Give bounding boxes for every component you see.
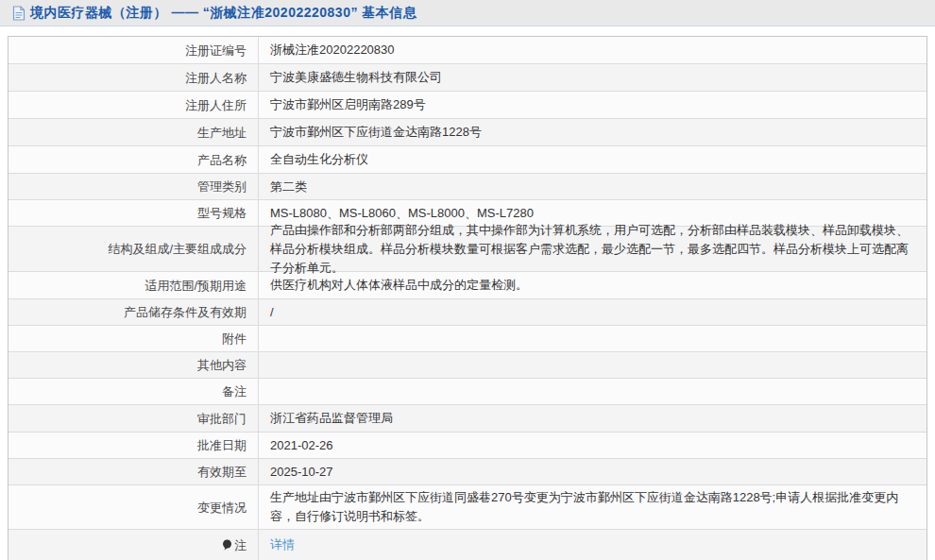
page-title: 境内医疗器械（注册） —— “浙械注准20202220830” 基本信息	[30, 5, 416, 22]
field-label: 注	[8, 536, 258, 554]
table-row: 产品名称 全自动生化分析仪	[8, 146, 926, 174]
field-label: 备注	[8, 382, 258, 400]
field-value: 全自动生化分析仪	[258, 146, 926, 173]
table-row: 批准日期 2021-02-26	[8, 433, 926, 459]
table-row: 结构及组成/主要组成成分 产品由操作部和分析部两部分组成，其中操作部为计算机系统…	[8, 227, 926, 272]
field-value: 第二类	[258, 174, 926, 199]
table-row: 产品储存条件及有效期 /	[8, 299, 926, 326]
table-row: 注册人住所 宁波市鄞州区启明南路289号	[8, 92, 926, 119]
field-value: 产品由操作部和分析部两部分组成，其中操作部为计算机系统，用户可选配，分析部由样品…	[258, 227, 926, 271]
field-label: 型号规格	[8, 204, 258, 222]
field-value	[258, 326, 926, 351]
field-label: 适用范围/预期用途	[8, 277, 258, 295]
table-row: 生产地址 宁波市鄞州区下应街道金达南路1228号	[8, 119, 926, 146]
table-row: 适用范围/预期用途 供医疗机构对人体体液样品中成分的定量检测。	[8, 272, 926, 299]
table-row: 有效期至 2025-10-27	[8, 459, 926, 485]
field-value: 宁波市鄞州区下应街道金达南路1228号	[258, 119, 926, 145]
field-label: 管理类别	[8, 178, 258, 195]
table-row: 注册人名称 宁波美康盛德生物科技有限公司	[8, 64, 926, 92]
field-label: 产品储存条件及有效期	[8, 303, 258, 321]
field-value: /	[258, 299, 926, 325]
field-label: 注册人名称	[8, 69, 258, 87]
field-value: 供医疗机构对人体体液样品中成分的定量检测。	[258, 272, 926, 298]
field-value: 宁波美康盛德生物科技有限公司	[258, 64, 926, 91]
field-label: 有效期至	[8, 463, 258, 481]
field-value: 详情	[258, 530, 926, 560]
field-label: 其他内容	[8, 356, 258, 374]
registration-info-table: 注册证编号 浙械注准20202220830 注册人名称 宁波美康盛德生物科技有限…	[8, 36, 927, 560]
field-value: 2021-02-26	[258, 433, 926, 458]
document-icon	[12, 6, 26, 21]
field-label: 结构及组成/主要组成成分	[8, 240, 258, 258]
field-value: 生产地址由宁波市鄞州区下应街道同盛巷270号变更为宁波市鄞州区下应街道金达南路1…	[258, 485, 926, 529]
field-value: 宁波市鄞州区启明南路289号	[258, 92, 926, 118]
field-label: 注册证编号	[8, 42, 258, 59]
table-row: 审批部门 浙江省药品监督管理局	[8, 405, 926, 433]
field-label: 批准日期	[8, 436, 258, 454]
field-value	[258, 379, 926, 404]
table-row: 变更情况 生产地址由宁波市鄞州区下应街道同盛巷270号变更为宁波市鄞州区下应街道…	[8, 485, 926, 530]
page-header: 境内医疗器械（注册） —— “浙械注准20202220830” 基本信息	[0, 0, 935, 26]
detail-link[interactable]: 详情	[270, 535, 295, 554]
table-row: 备注	[8, 379, 926, 405]
table-row: 注 详情	[8, 530, 926, 560]
field-label: 生产地址	[8, 124, 258, 142]
table-row: 注册证编号 浙械注准20202220830	[8, 37, 926, 64]
note-label: 注	[234, 538, 246, 552]
field-label: 附件	[8, 330, 258, 348]
table-row: 管理类别 第二类	[8, 174, 926, 200]
table-row: 其他内容	[8, 352, 926, 379]
field-value: 2025-10-27	[258, 459, 926, 484]
field-label: 变更情况	[8, 499, 258, 517]
note-balloon-icon	[222, 539, 232, 551]
table-row: 附件	[8, 326, 926, 352]
field-value: 浙江省药品监督管理局	[258, 405, 926, 432]
field-label: 产品名称	[8, 151, 258, 169]
field-value: 浙械注准20202220830	[258, 37, 926, 63]
field-label: 注册人住所	[8, 96, 258, 114]
field-label: 审批部门	[8, 410, 258, 428]
field-value	[258, 352, 926, 378]
